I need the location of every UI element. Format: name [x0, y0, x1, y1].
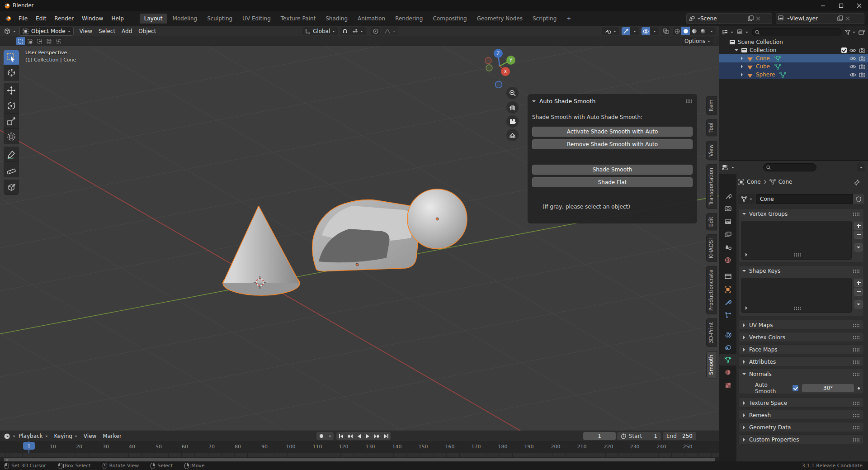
play-reverse-button[interactable]: [354, 432, 363, 440]
auto-smooth-angle-slider[interactable]: 30°: [802, 384, 854, 392]
timeline-tickband[interactable]: [0, 453, 719, 457]
camera-visibility-icon[interactable]: [859, 72, 865, 77]
vertex-groups-list[interactable]: [741, 221, 852, 260]
play-button[interactable]: [363, 432, 373, 440]
gizmo-dropdown-icon[interactable]: [630, 27, 639, 35]
tool-annotate[interactable]: [4, 147, 19, 162]
tab-texture[interactable]: [719, 379, 736, 391]
tab-object[interactable]: [719, 284, 736, 295]
scene-name-field[interactable]: [700, 15, 748, 22]
mesh-name-input[interactable]: [756, 194, 853, 204]
shade-button[interactable]: Shade Flat: [532, 177, 693, 187]
close-button[interactable]: [850, 0, 868, 11]
tool-rotate[interactable]: [4, 98, 19, 114]
sidebar-tab[interactable]: Transportation: [706, 164, 717, 209]
list-expand-icon[interactable]: [745, 253, 749, 256]
navigation-gizmo[interactable]: Z Y X: [485, 47, 521, 89]
tab-view-layer[interactable]: [719, 228, 736, 240]
tab-physics[interactable]: [719, 329, 736, 341]
outliner-row-collection[interactable]: Collection: [719, 46, 868, 54]
tab-output[interactable]: [719, 216, 736, 228]
panel-header[interactable]: Auto Shade Smooth: [532, 98, 693, 104]
menu-item[interactable]: Render: [50, 14, 78, 24]
properties-options-button[interactable]: [857, 163, 865, 171]
tab-tool[interactable]: [719, 190, 736, 202]
sidebar-tab[interactable]: View: [706, 141, 717, 160]
collapsed-panel[interactable]: Geometry Data: [738, 422, 864, 432]
new-collection-button[interactable]: [859, 29, 865, 35]
tab-object-data[interactable]: [719, 354, 736, 366]
tab-material[interactable]: [719, 366, 736, 378]
tab-modifiers[interactable]: [719, 296, 736, 308]
camera-visibility-icon[interactable]: [859, 64, 865, 69]
cone-object[interactable]: [223, 206, 300, 295]
outliner-row-scene-collection[interactable]: Scene Collection: [719, 38, 868, 46]
remove-vertex-group-button[interactable]: [854, 231, 863, 239]
outliner-search[interactable]: [752, 28, 841, 36]
timeline-menu[interactable]: Marker: [99, 432, 124, 440]
menu-item[interactable]: Window: [78, 14, 107, 24]
drag-grip-icon[interactable]: [853, 348, 860, 352]
sidebar-tab[interactable]: 3D-Print: [706, 318, 717, 347]
scene-dropdown-icon[interactable]: [698, 18, 700, 21]
tool-measure[interactable]: [4, 162, 19, 177]
snap-target-selector[interactable]: [349, 27, 366, 35]
zoom-view-icon[interactable]: [506, 87, 519, 99]
timeline-ruler[interactable]: 1020304050607080901001101201301401501601…: [0, 441, 719, 453]
start-frame-field[interactable]: Start 1: [617, 432, 661, 440]
cube-object[interactable]: [312, 200, 420, 271]
viewlayer-copy-icon[interactable]: [837, 15, 843, 21]
collection-checkbox[interactable]: [841, 47, 847, 53]
proportional-editing-icon[interactable]: [371, 27, 380, 35]
workspace-tab[interactable]: +: [562, 14, 576, 24]
transform-orientation[interactable]: Global: [302, 27, 338, 35]
select-mode-extend-icon[interactable]: [26, 37, 34, 45]
ortho-toggle-icon[interactable]: [506, 129, 519, 141]
viewport-menu-item[interactable]: Select: [95, 27, 118, 35]
pin-icon[interactable]: [854, 180, 860, 185]
drag-grip-icon[interactable]: [853, 212, 860, 216]
drag-grip-icon[interactable]: [853, 372, 860, 376]
fake-user-shield-icon[interactable]: [853, 194, 864, 204]
tool-add-cube[interactable]: [4, 180, 19, 195]
breadcrumb-data-name[interactable]: Cone: [778, 179, 793, 185]
maximize-button[interactable]: [832, 0, 850, 11]
axis-neg-x-handle[interactable]: [485, 57, 491, 64]
animate-decorator-icon[interactable]: [858, 387, 860, 389]
eye-icon[interactable]: [849, 56, 856, 61]
drag-grip-icon[interactable]: [853, 323, 860, 328]
vertex-groups-header[interactable]: Vertex Groups: [739, 209, 863, 219]
viewport-menu-item[interactable]: View: [76, 27, 95, 35]
tab-world[interactable]: [719, 254, 736, 266]
drag-grip-icon[interactable]: [853, 401, 860, 405]
sidebar-tab[interactable]: Productioncrate: [706, 266, 717, 314]
proportional-falloff-selector[interactable]: [382, 27, 398, 35]
camera-view-icon[interactable]: [506, 115, 519, 128]
workspace-tab[interactable]: Sculpting: [203, 14, 237, 24]
timeline-menu[interactable]: Keying: [51, 432, 80, 440]
vertex-group-specials-button[interactable]: [854, 243, 863, 252]
list-expand-icon[interactable]: [745, 306, 749, 310]
properties-editor-type[interactable]: [722, 165, 734, 171]
drag-grip-icon[interactable]: [685, 99, 693, 103]
tool-options-button[interactable]: Options: [682, 37, 713, 45]
workspace-tab[interactable]: Modeling: [168, 14, 202, 24]
workspace-tab[interactable]: Animation: [353, 14, 390, 24]
auto-keying-button[interactable]: [316, 432, 326, 440]
list-resize-grip-icon[interactable]: [794, 306, 801, 310]
menu-item[interactable]: Help: [107, 14, 127, 24]
tool-scale[interactable]: [4, 114, 19, 129]
viewlayer-icon[interactable]: [778, 15, 785, 21]
outliner-filter-type[interactable]: [737, 29, 748, 35]
tool-move[interactable]: [4, 83, 19, 98]
prev-keyframe-button[interactable]: [345, 432, 354, 440]
jump-to-end-button[interactable]: [382, 432, 391, 440]
collection-expand-icon[interactable]: [735, 49, 738, 53]
sidebar-tab[interactable]: Tool: [706, 119, 717, 136]
outliner-object-row[interactable]: Cube: [719, 62, 868, 71]
list-resize-grip-icon[interactable]: [794, 253, 801, 257]
xray-toggle[interactable]: [661, 27, 670, 35]
sidebar-tab[interactable]: Item: [706, 96, 717, 115]
tab-collection-props[interactable]: [719, 271, 736, 282]
viewlayer-name-field[interactable]: [790, 15, 837, 22]
